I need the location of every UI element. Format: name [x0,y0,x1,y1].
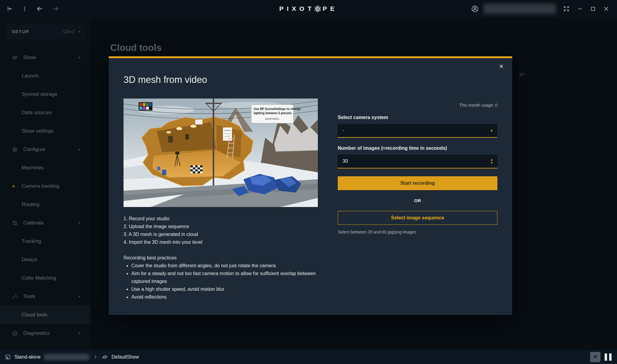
step-2: 2. Upload the image sequence [124,223,318,231]
kebab-menu-icon[interactable] [22,6,28,12]
practice-item: Cover the studio from different angles, … [131,262,318,270]
practice-item: Use a high shutter speed, avoid motion b… [131,285,318,293]
monthly-usage-label: This month usage: 0 [338,103,497,108]
studio-scan-preview-image: Use BP SceneSettings to change lighting … [124,99,318,207]
modal-3d-mesh-from-video: ✕ 3D mesh from video [109,56,512,315]
pause-icon[interactable] [604,352,612,362]
best-practices-title: Recording best practices [124,254,318,262]
atom-icon [314,5,322,13]
camera-system-value: - [343,128,344,133]
logo-text-left: PIXOT [279,5,315,12]
show-icon [102,354,108,360]
chevron-down-icon: ▾ [490,128,493,133]
close-icon[interactable]: ✕ [499,63,504,70]
practice-item: Avoid reflections [131,293,318,301]
number-of-images-label: Number of images (≈recording time in sec… [338,146,497,151]
select-image-sequence-button[interactable]: Select image sequence [338,211,497,225]
show-name-label: DefaultShow [111,354,139,360]
scene-settings-sign: Use BP SceneSettings to change lighting … [251,105,301,123]
number-of-images-value: 30 [343,158,348,164]
minimize-icon[interactable] [577,6,583,12]
start-recording-button[interactable]: Start recording [338,176,497,190]
best-practices-list: Cover the studio from different angles, … [124,262,318,301]
image-count-hint: Select between 20 and 60 jpg/png images [338,230,497,234]
close-window-icon[interactable] [603,6,609,12]
maximize-icon[interactable] [590,6,596,12]
modal-right-column: This month usage: 0 Select camera system… [338,99,497,301]
camera-system-label: Select camera system [338,115,497,120]
current-show-selector[interactable]: DefaultShow [102,354,139,360]
color-chart [139,102,152,111]
svg-text:parameters.: parameters. [265,117,280,120]
redacted-machine-name [44,354,89,360]
fit-screen-icon[interactable] [563,5,570,12]
stepper-icon[interactable]: ▴▾ [491,158,493,165]
pixotope-logo: PIXOT PE [279,5,338,13]
connection-mode-selector[interactable]: Stand-alone [5,354,89,360]
practice-item: Aim for a steady and not too fast camera… [131,270,318,285]
or-separator: OR [338,198,497,203]
standalone-icon [5,354,11,360]
titlebar: PIXOT PE [0,0,617,17]
step-1: 1. Record your studio [124,215,318,223]
back-arrow-icon[interactable] [36,5,43,12]
number-of-images-input[interactable]: 30 ▴▾ [338,155,497,168]
camera-system-select[interactable]: - ▾ [338,124,497,138]
collapse-sidebar-icon[interactable] [7,5,13,12]
svg-text:lighting between 5 presets.: lighting between 5 presets. [254,111,293,115]
workspace: SETUP Ctrl+2 ▾ Show ▾ Launch Synced stor… [0,17,617,350]
chevron-right-icon [93,354,98,360]
step-3: 3. A 3D mesh is generated in cloud [124,231,318,238]
instruction-steps: 1. Record your studio 2. Upload the imag… [124,215,318,246]
svg-text:Use BP SceneSettings to change: Use BP SceneSettings to change [254,107,301,111]
stop-session-icon[interactable]: ✕ [590,352,600,362]
account-icon[interactable] [471,5,479,13]
modal-left-column: Use BP SceneSettings to change lighting … [124,99,318,301]
mode-label: Stand-alone [14,354,40,360]
logo-text-right: PE [323,5,338,12]
modal-title: 3D mesh from video [124,74,497,85]
forward-arrow-icon[interactable] [52,5,59,12]
step-4: 4. Import the 3D mesh into your level [124,238,318,246]
statusbar: Stand-alone DefaultShow ✕ [0,350,617,364]
redacted-account-name[interactable] [484,4,556,14]
